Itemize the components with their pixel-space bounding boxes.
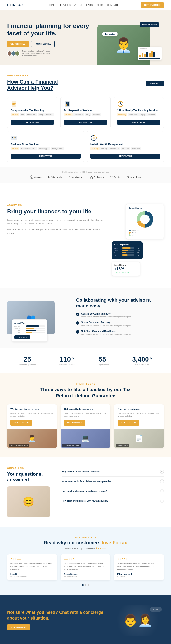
stat-team: 55+ Expert Team	[98, 356, 109, 366]
hero-buttons: GET STARTED HOW IT WORKS	[7, 41, 98, 47]
three-ways-section: START TODAY Three ways to file, all back…	[0, 373, 171, 458]
equity-title: Equity Shares	[129, 207, 161, 209]
partners-section: Collaborated with over 400+ trusted worl…	[0, 167, 171, 182]
way-cta-3[interactable]: GET STARTED	[118, 420, 139, 426]
svg-marker-18	[48, 176, 50, 178]
partner-network: Network	[90, 176, 104, 179]
services-view-all[interactable]: VIEW ALL	[146, 81, 164, 86]
nav-cta-button[interactable]: GET STARTED	[140, 2, 164, 8]
stars-1: ★★★★★	[10, 558, 54, 560]
cta-heading: Not sure what you need? Chat with a conc…	[7, 610, 107, 621]
service-cta-4[interactable]: GET STARTED	[11, 154, 80, 158]
nav-about[interactable]: ABOUT	[74, 4, 82, 6]
way-caption-1: Filing Taxes With Expert	[8, 444, 29, 446]
collab-feature-2: ✓ Share Document Securely Lorem ipsum si…	[76, 321, 164, 327]
equity-legend: US Stocks Bonds Int'l	[129, 230, 161, 236]
stat-clients-label: Satisfied Clients	[132, 364, 152, 366]
cta-image: 👨‍👩‍💼 Let's talk!	[112, 605, 164, 636]
service-tags-1: Tax Plan IRS Deductions Filing Business	[11, 113, 54, 116]
svg-line-22	[90, 177, 92, 178]
comp-bar-equity: Equity 70%	[114, 247, 140, 249]
service-card-3: 1-Hour Equity Tax Planning Session Consu…	[114, 97, 164, 128]
service-icon-5	[90, 134, 97, 141]
way-title-2: Get expert help as you go	[64, 408, 107, 410]
faq-toggle-1[interactable]: −	[160, 470, 164, 474]
faq-item-4[interactable]: How often should I meet with my tax advi…	[62, 496, 164, 506]
svg-point-13	[15, 137, 16, 138]
svg-rect-8	[68, 104, 69, 106]
faq-toggle-2[interactable]: +	[160, 480, 164, 483]
return-title: Annual Return	[114, 264, 138, 266]
service-title-3: 1-Hour Equity Tax Planning Session	[117, 109, 160, 112]
hero-avatars: Trusted clients are waiting. We helped m…	[7, 50, 98, 57]
stats-section: 25 Years of Experience 110 K Successful …	[0, 348, 171, 373]
hero-image-area: Financial advice Tax Advice 👨‍💼 Legal Ad…	[98, 20, 164, 65]
test-role-1: Small Business Owner	[10, 576, 54, 577]
way-desc-3: Have a tax expert do your taxes from sta…	[118, 412, 160, 418]
testimonials-header: Read why our customers love Fortax	[7, 540, 164, 546]
faq-toggle-4[interactable]: +	[160, 499, 164, 503]
svg-rect-5	[66, 102, 67, 104]
dot-1[interactable]	[82, 584, 84, 586]
avatar-3	[15, 51, 20, 56]
stat-team-label: Expert Team	[98, 364, 109, 366]
dot-2[interactable]	[85, 584, 86, 586]
service-card-4: Business Taxes Services Tax Plan Busines…	[7, 131, 84, 162]
nav-services[interactable]: SERVICES	[59, 4, 70, 6]
faq-left: QUESTIONS Your questions, answered 😊	[7, 467, 54, 517]
tax-bar-3: Jul - Dec	[14, 330, 45, 331]
faq-right: Why should I hire a financial advisor? −…	[62, 467, 164, 517]
about-body-1: Lorem ipsum dolor sit amet, consectetur …	[7, 218, 104, 226]
faq-item-1[interactable]: Why should I hire a financial advisor? −	[62, 467, 164, 477]
hero-financial-badge: Financial advice	[140, 22, 159, 27]
ways-grid: We do your taxes for you Have a tax expe…	[7, 404, 164, 448]
about-section: ABOUT US Bring your finances to your lif…	[0, 192, 171, 288]
service-cta-3[interactable]: GET STARTED	[117, 120, 160, 124]
service-cta-2[interactable]: GET STARTED	[64, 120, 107, 124]
way-card-1: We do your taxes for you Have a tax expe…	[7, 404, 57, 448]
faq-item-3[interactable]: How much do financial tax advisors charg…	[62, 486, 164, 496]
cta-button[interactable]: LEARN MORE	[7, 624, 30, 630]
svg-rect-1	[12, 102, 16, 103]
svg-point-19	[91, 176, 92, 177]
way-cta-2[interactable]: GET STARTED	[64, 420, 86, 426]
svg-point-11	[12, 137, 13, 138]
stat-team-value: 55+	[98, 356, 109, 363]
faq-image: 😊	[7, 486, 50, 517]
way-cta-1[interactable]: GET STARTED	[10, 420, 32, 426]
service-cta-5[interactable]: GET STARTED	[90, 154, 160, 158]
services-grid-top: Comprehensive Tax Planning Tax Plan IRS …	[7, 97, 164, 128]
equity-card: Equity Shares US Stocks Bonds Int'l	[126, 204, 164, 239]
testimonial-card-2: ★★★★★ Ann's wealth management strategies…	[60, 554, 111, 580]
stars-3: ★★★★★	[117, 558, 160, 560]
feature-title-3: Set Clear Goals and Deadlines	[81, 330, 131, 332]
testimonial-card-3: ★★★★★ James at Fortax navigated complex …	[114, 554, 164, 580]
dot-3[interactable]	[88, 584, 89, 586]
services-header: How Can a Financial Advisor Help You? VI…	[7, 79, 164, 92]
test-role-3: IT Professional	[117, 576, 160, 577]
service-cta-1[interactable]: GET STARTED	[11, 120, 54, 124]
faq-item-2[interactable]: What services do financial tax advisors …	[62, 477, 164, 486]
three-ways-label: START TODAY	[7, 383, 164, 385]
about-right: Equity Shares US Stocks Bonds Int'l	[112, 204, 164, 276]
feature-desc-1: Lorem ipsum sit amet consectetur adipisc…	[81, 316, 131, 318]
services-heading: How Can a Financial Advisor Help You?	[7, 79, 58, 92]
rating-stars: ★★★★★	[96, 547, 106, 550]
stat-experience-label: Years of Experience	[19, 364, 36, 366]
partner-saveless: saveless	[126, 176, 141, 179]
nav-blog[interactable]: BLOG	[96, 4, 103, 6]
faq-toggle-3[interactable]: +	[160, 489, 164, 493]
hero-stats-text: Trusted clients are waiting. We helped m…	[22, 50, 50, 57]
nav-contact[interactable]: CONTACT	[107, 4, 118, 6]
annual-tax-btn[interactable]: LEARN MORE	[14, 336, 30, 339]
stat-cases-value: 110 K	[60, 356, 74, 363]
stat-clients-value: 3,400 K	[132, 356, 152, 363]
testimonials-label: TESTIMONIALS	[7, 536, 164, 538]
test-author-2: Olivia Bennett	[64, 573, 107, 576]
nav-home[interactable]: HOME	[48, 4, 55, 6]
hero-cta-primary[interactable]: GET STARTED	[7, 41, 29, 47]
donut-chart	[136, 211, 153, 228]
hero-cta-secondary[interactable]: HOW IT WORKS	[31, 41, 55, 47]
nav-faqs[interactable]: FAQS	[86, 4, 92, 6]
testimonials-section: TESTIMONIALS Read why our customers love…	[0, 527, 171, 595]
